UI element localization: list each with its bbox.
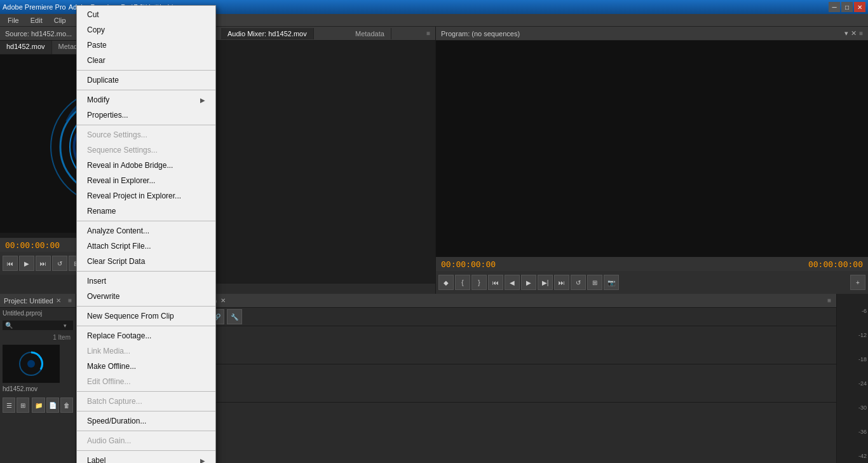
context-menu-item-reveal_explorer[interactable]: Reveal in Explorer... [77, 173, 215, 188]
menu-file[interactable]: File [3, 15, 24, 25]
clip-name: hd1452.mov [0, 385, 76, 395]
context-menu-separator [77, 450, 215, 451]
context-menu-separator [77, 221, 215, 221]
proj-new-bin[interactable]: 📁 [32, 397, 44, 413]
proj-icon-view[interactable]: ⊞ [17, 397, 29, 413]
mixer-tab-metadata[interactable]: Metadata [349, 28, 391, 39]
step-forward-button[interactable]: ⏭ [36, 256, 51, 271]
context-menu-label-source_settings: Source Settings... [87, 130, 147, 139]
mixer-panel-menu[interactable]: ≡ [426, 30, 430, 37]
play-button[interactable]: ▶ [19, 256, 34, 271]
context-menu-item-copy[interactable]: Copy [77, 22, 215, 38]
proj-new-item[interactable]: 📄 [46, 397, 59, 413]
context-menu-label-duplicate: Duplicate [87, 76, 119, 85]
context-menu-item-attach_script[interactable]: Attach Script File... [77, 238, 215, 254]
context-menu-item-reveal_bridge[interactable]: Reveal in Adobe Bridge... [77, 158, 215, 173]
context-menu-item-clear_script[interactable]: Clear Script Data [77, 254, 215, 269]
context-menu-label-sequence_settings: Sequence Settings... [87, 146, 158, 155]
proj-delete[interactable]: 🗑 [60, 397, 73, 413]
prog-camera[interactable]: 📷 [604, 275, 619, 290]
context-menu-label-cut: Cut [87, 10, 99, 19]
project-panel: Project: Untitled ✕ ≡ Untitled.prproj 🔍 … [0, 294, 76, 463]
timeline-panel-menu[interactable]: ≡ [827, 297, 831, 304]
project-panel-menu[interactable]: ≡ [68, 297, 72, 304]
context-menu-item-label[interactable]: Label▶ [77, 453, 215, 463]
project-close-btn[interactable]: ✕ [56, 297, 61, 304]
prog-out[interactable]: } [471, 275, 487, 290]
prog-safe[interactable]: ⊞ [587, 275, 602, 290]
context-menu-label-audio_gain: Audio Gain... [87, 436, 131, 445]
project-search-input[interactable] [13, 322, 64, 329]
context-menu-item-speed_duration[interactable]: Speed/Duration... [77, 413, 215, 429]
context-menu-item-make_offline[interactable]: Make Offline... [77, 359, 215, 374]
audio-meter-panel: -6 -12 -18 -24 -30 -36 -42 -48 -54 [836, 294, 868, 463]
context-menu-item-clear[interactable]: Clear [77, 53, 215, 68]
context-menu-separator [77, 271, 215, 272]
context-menu-label-replace_footage: Replace Footage... [87, 331, 151, 340]
search-icon: 🔍 [5, 322, 13, 329]
context-menu-label-reveal_explorer: Reveal in Explorer... [87, 176, 155, 185]
program-panel-dropdown[interactable]: ▾ [844, 29, 848, 38]
context-menu-label-analyze: Analyze Content... [87, 226, 149, 235]
context-menu-separator [77, 431, 215, 431]
program-panel-header: Program: (no sequences) ▾ ✕ ≡ [436, 27, 868, 41]
prog-next[interactable]: ⏭ [554, 275, 569, 290]
context-menu-label-paste: Paste [87, 41, 107, 50]
loop-button[interactable]: ↺ [52, 256, 67, 271]
prog-step-back[interactable]: ◀ [505, 275, 520, 290]
search-dropdown[interactable]: ▾ [64, 322, 67, 329]
context-menu-separator [77, 90, 215, 90]
context-menu-item-properties[interactable]: Properties... [77, 107, 215, 123]
context-menu-item-analyze[interactable]: Analyze Content... [77, 223, 215, 238]
context-menu-label-batch_capture: Batch Capture... [87, 397, 142, 406]
context-menu-item-replace_footage[interactable]: Replace Footage... [77, 328, 215, 343]
close-button[interactable]: ✕ [854, 2, 865, 12]
prog-add[interactable]: + [850, 275, 865, 290]
prog-loop[interactable]: ↺ [571, 275, 586, 290]
context-menu-item-insert[interactable]: Insert [77, 273, 215, 289]
prog-play[interactable]: ▶ [521, 275, 536, 290]
mixer-tab-audio[interactable]: Audio Mixer: hd1452.mov [221, 28, 314, 39]
program-panel-close[interactable]: ✕ [851, 29, 857, 38]
svg-point-10 [27, 360, 35, 368]
program-time-end: 00:00:00:00 [808, 259, 863, 269]
mixer-panel: Audio Mixer: hd1452.mov Metadata ≡ [216, 27, 436, 294]
prog-in[interactable]: { [455, 275, 470, 290]
prog-add-marker[interactable]: ◆ [438, 275, 454, 290]
context-menu-item-overwrite[interactable]: Overwrite [77, 289, 215, 304]
context-menu-item-duplicate[interactable]: Duplicate [77, 73, 215, 88]
prog-prev[interactable]: ⏮ [488, 275, 503, 290]
menu-edit[interactable]: Edit [25, 15, 48, 25]
app-name: Adobe Premiere Pro [3, 3, 66, 11]
program-panel: Program: (no sequences) ▾ ✕ ≡ 00:00:00:0… [436, 27, 868, 294]
program-panel-menu[interactable]: ≡ [859, 30, 863, 37]
level-neg12: -12 [858, 332, 867, 338]
mixer-panel-header: Audio Mixer: hd1452.mov Metadata ≡ [216, 27, 435, 41]
maximize-button[interactable]: □ [841, 2, 853, 12]
context-menu-separator [77, 306, 215, 307]
source-tab-clip[interactable]: hd1452.mov [0, 41, 52, 54]
context-menu-item-reveal_project[interactable]: Reveal Project in Explorer... [77, 188, 215, 204]
context-menu-label-reveal_bridge: Reveal in Adobe Bridge... [87, 161, 173, 170]
context-menu-item-source_settings: Source Settings... [77, 127, 215, 142]
context-menu-item-rename[interactable]: Rename [77, 204, 215, 219]
context-menu-item-cut[interactable]: Cut [77, 7, 215, 22]
timeline-panel: Timeline: (no sequences) ✕ ≡ 00:00:00:00… [133, 294, 836, 463]
context-menu-item-paste[interactable]: Paste [77, 38, 215, 53]
context-menu-item-modify[interactable]: Modify▶ [77, 92, 215, 107]
proj-list-view[interactable]: ☰ [3, 397, 15, 413]
context-menu-label-copy: Copy [87, 25, 105, 34]
step-back-button[interactable]: ⏮ [3, 256, 18, 271]
minimize-button[interactable]: ─ [829, 2, 840, 12]
item-count: 1 Item [0, 333, 76, 342]
context-menu-label-make_offline: Make Offline... [87, 362, 136, 371]
context-menu-label-overwrite: Overwrite [87, 292, 119, 301]
menu-clip[interactable]: Clip [49, 15, 71, 25]
context-menu-item-new_sequence[interactable]: New Sequence From Clip [77, 308, 215, 324]
context-menu-item-sequence_settings: Sequence Settings... [77, 142, 215, 158]
timeline-close[interactable]: ✕ [220, 297, 226, 304]
program-panel-title: Program: (no sequences) [441, 30, 520, 38]
timeline-wrench[interactable]: 🔧 [227, 309, 242, 324]
timeline-controls: 00:00:00:00 + 🔗 🔧 [133, 308, 836, 326]
prog-step-fwd[interactable]: ▶| [538, 275, 553, 290]
